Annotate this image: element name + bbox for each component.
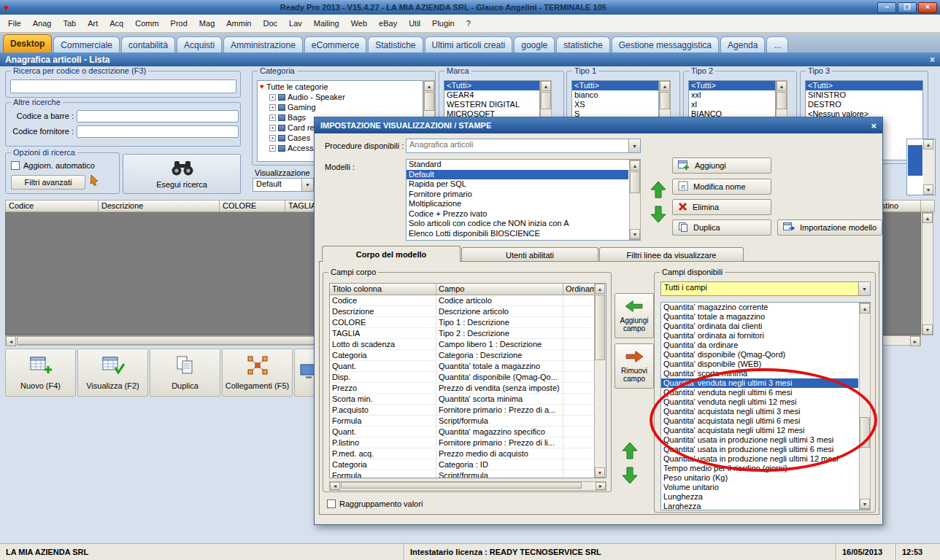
scroll-down-icon[interactable]: ▼ [630,229,640,239]
links-button[interactable]: Collegamenti (F5) [222,349,293,397]
field-move-down-button[interactable] [620,464,639,486]
menu-item[interactable]: eBay [373,16,403,31]
remove-field-button[interactable]: Rimuovi campo [615,343,654,389]
field-filter-combo[interactable]: Tutti i campi ▼ [660,281,871,296]
type1-item[interactable]: XS [572,100,658,109]
model-item[interactable]: Solo articoli con codice che NON inizia … [407,219,628,229]
body-field-row[interactable]: Formula Script/formula [330,470,595,478]
barcode-input[interactable] [77,110,239,122]
type3-item[interactable]: SINISTRO [806,90,922,100]
chevron-down-icon[interactable]: ▼ [858,282,870,295]
available-field-item[interactable]: Quantita' usata in produzione negli ulti… [661,454,858,464]
add-model-button[interactable]: Aggiungi [672,158,771,174]
available-field-item[interactable]: Quantita' magazzino corrente [661,303,858,312]
tab[interactable]: Amministrazione [223,36,303,52]
available-field-item[interactable]: Quantita' da ordinare [661,341,858,350]
available-field-item[interactable]: Quantita' acquistata negli ultimi 12 mes… [661,426,858,435]
body-field-row[interactable]: COLORE Tipo 1 : Descrizione [330,317,595,328]
scroll-up-icon[interactable]: ▲ [777,81,787,91]
model-move-down-button[interactable] [649,203,668,225]
type3-item[interactable]: <Tutti> [806,81,922,90]
duplicate-model-button[interactable]: Duplica [672,219,771,236]
tab[interactable]: Commerciale [53,36,120,52]
scroll-down-icon[interactable]: ▼ [595,467,605,478]
results-vscrollbar[interactable]: ▲ ▼ [922,212,933,335]
scroll-thumb[interactable] [341,482,582,489]
field-move-up-button[interactable] [620,440,639,462]
scroll-thumb[interactable] [660,92,670,109]
body-field-row[interactable]: TAGLIA Tipo 2 : Descrizione [330,328,595,339]
scroll-up-icon[interactable]: ▲ [922,213,933,223]
tab[interactable]: google [514,36,555,52]
view-mode-combo[interactable]: Default ▼ [253,178,314,192]
scroll-up-icon[interactable]: ▲ [860,303,870,314]
scroll-up-icon[interactable]: ▲ [923,139,933,149]
available-field-item[interactable]: Peso unitario (Kg) [661,473,858,483]
menu-item[interactable]: Mag [193,16,220,31]
available-field-item[interactable]: Larghezza [661,502,858,510]
menu-item[interactable]: Art [82,16,104,31]
model-move-up-button[interactable] [649,179,668,201]
expand-icon[interactable]: + [269,104,276,111]
available-field-item[interactable]: Quantita' disponibile (Qmag-Qord) [661,350,858,359]
scroll-down-icon[interactable]: ▼ [922,324,933,335]
add-field-button[interactable]: Aggiungi campo [615,293,654,338]
menu-item[interactable]: Ammin [220,16,257,31]
scroll-thumb[interactable] [630,171,640,193]
scroll-thumb[interactable] [541,92,551,109]
tab-corpo-del-modello[interactable]: Corpo del modello [322,246,461,262]
menu-item[interactable]: ? [461,16,477,31]
scroll-right-icon[interactable]: ► [596,482,606,490]
available-field-item[interactable]: Quantita' usata in produzione negli ulti… [661,435,858,445]
model-item[interactable]: Fornitore primario [407,190,628,200]
tab-filtri-linee[interactable]: Filtri linee da visualizzare [599,247,744,262]
procedures-combo[interactable]: Anagrafica articoli ▼ [406,139,641,153]
close-button[interactable]: × [918,2,937,13]
scroll-down-icon[interactable]: ▼ [923,184,933,195]
chevron-down-icon[interactable]: ▼ [628,139,640,152]
model-item[interactable]: Moltiplicazione [407,199,628,209]
model-item[interactable]: Default [407,170,628,180]
menu-item[interactable]: Doc [258,16,284,31]
tab[interactable]: eCommerce [304,36,366,52]
expand-icon[interactable]: + [269,135,276,141]
body-field-row[interactable]: Codice Codice articolo [330,295,595,306]
brand-item[interactable]: WESTERN DIGITAL [444,100,539,109]
view-close-icon[interactable]: × [930,55,935,65]
available-field-item[interactable]: Volume unitario [661,483,858,492]
import-model-button[interactable]: Importazione modello [777,219,882,236]
body-field-row[interactable]: Quant. Quantita' totale a magazzino [330,361,595,372]
available-field-item[interactable]: Quantita' venduta negli ultimi 6 mesi [661,388,858,397]
available-field-item[interactable]: Quantita' venduta negli ultimi 3 mesi [661,378,858,388]
type2-item[interactable]: xxl [689,90,775,100]
body-field-row[interactable]: Disp. Quantita' disponibile (Qmag-Qo... [330,372,595,383]
menu-item[interactable]: Comm [129,16,164,31]
scroll-up-icon[interactable]: ▲ [424,81,434,91]
fragment-scrollbar[interactable]: ▲ ▼ [923,139,935,195]
scroll-thumb[interactable] [860,417,870,448]
model-item[interactable]: Codice + Prezzo ivato [407,209,628,219]
scroll-track[interactable] [630,171,640,229]
menu-item[interactable]: Lav [283,16,308,31]
tab[interactable]: contabilità [121,36,175,52]
menu-item[interactable]: Anag [27,16,58,31]
maximize-button[interactable]: ❐ [898,2,917,13]
grouping-checkbox[interactable] [327,499,336,508]
menu-item[interactable]: Acq [104,16,129,31]
category-tree-item[interactable]: ♥ + Audio - Speaker [258,92,423,102]
auto-update-checkbox[interactable] [11,161,20,170]
scroll-up-icon[interactable]: ▲ [660,81,670,91]
available-field-item[interactable]: Quantita' usata in produzione negli ulti… [661,445,858,454]
column-header-codice[interactable]: Codice [5,200,99,212]
body-field-row[interactable]: Scorta min. Quantita' scorta minima [330,394,595,405]
model-item[interactable]: Elenco Lotti disponibili BIOSCIENCE [407,229,628,239]
available-field-item[interactable]: Quantita' scorta minima [661,369,858,378]
scroll-down-icon[interactable]: ▼ [860,499,870,509]
menu-item[interactable]: File [2,16,27,31]
available-field-item[interactable]: Lunghezza [661,492,858,502]
available-field-item[interactable]: Quantita' venduta negli ultimi 12 mesi [661,397,858,407]
scroll-track[interactable] [923,149,935,184]
column-header-campo[interactable]: Campo [436,284,563,295]
brand-item[interactable]: GEAR4 [444,90,539,100]
scroll-left-icon[interactable]: ◄ [6,336,16,346]
